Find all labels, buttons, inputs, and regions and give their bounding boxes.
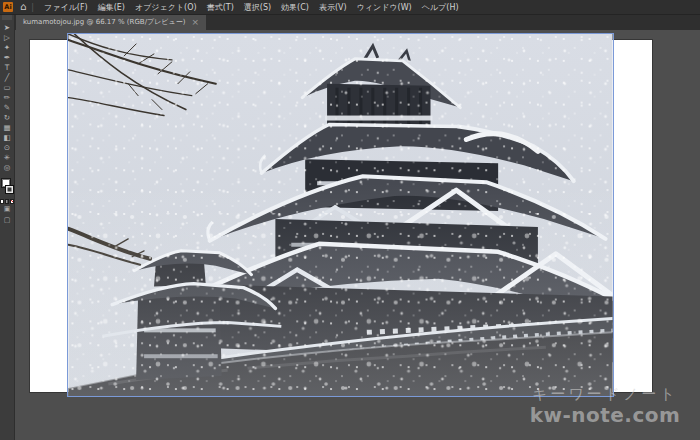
pencil-tool-icon[interactable]: ✎ — [0, 103, 14, 113]
menu-separator: | — [31, 3, 34, 12]
menu-type[interactable]: 書式(T) — [202, 2, 239, 13]
menu-object[interactable]: オブジェクト(O) — [130, 2, 202, 13]
snowfall-overlay — [69, 34, 613, 396]
illustrator-window: Ai ⌂ | ファイル(F) 編集(E) オブジェクト(O) 書式(T) 選択(… — [0, 0, 700, 440]
pen-tool-icon[interactable]: ✒ — [0, 53, 14, 63]
rectangle-tool-icon[interactable]: ▭ — [0, 83, 14, 93]
rotate-tool-icon[interactable]: ↻ — [0, 113, 14, 123]
watermark-line2: kw-note.com — [495, 404, 700, 426]
menu-edit[interactable]: 編集(E) — [93, 2, 130, 13]
zoom-tool-icon[interactable]: ◎ — [0, 163, 14, 173]
magic-wand-tool-icon[interactable]: ✦ — [0, 43, 14, 53]
canvas-pasteboard[interactable]: キーワードノート kw-note.com — [14, 30, 700, 440]
gradient-tool-icon[interactable]: ◧ — [0, 133, 14, 143]
menu-view[interactable]: 表示(V) — [314, 2, 352, 13]
kumamoto-castle-snow-photo — [68, 34, 613, 396]
menu-select[interactable]: 選択(S) — [239, 2, 276, 13]
direct-selection-tool-icon[interactable]: ▷ — [0, 33, 14, 43]
type-tool-icon[interactable]: T — [0, 63, 14, 73]
paintbrush-tool-icon[interactable]: ✏ — [0, 93, 14, 103]
placed-image-kumamoto-castle[interactable] — [67, 33, 614, 397]
document-tab-bar: kumamotojou.jpg @ 66.17 % (RGB/プレビュー) × — [14, 14, 700, 30]
mesh-tool-icon[interactable]: ▦ — [0, 123, 14, 133]
tools-panel: ➤ ▷ ✦ ✒ T ╱ ▭ ✏ ✎ ↻ ▦ ◧ ⊙ ✳ ◎ ▣ ▢ — [0, 14, 15, 440]
line-segment-tool-icon[interactable]: ╱ — [0, 73, 14, 83]
hand-tool-icon[interactable]: ✳ — [0, 153, 14, 163]
tab-close-icon[interactable]: × — [191, 18, 199, 27]
menu-window[interactable]: ウィンドウ(W) — [352, 2, 417, 13]
document-tab[interactable]: kumamotojou.jpg @ 66.17 % (RGB/プレビュー) × — [16, 14, 206, 30]
tools-panel-grip[interactable] — [2, 15, 12, 20]
none-fill-icon[interactable] — [10, 199, 14, 204]
illustrator-logo-icon[interactable]: Ai — [3, 2, 13, 12]
stroke-swatch[interactable] — [5, 185, 14, 194]
menu-effect[interactable]: 効果(C) — [276, 2, 314, 13]
fill-stroke-swatches — [0, 177, 14, 197]
menu-bar: Ai ⌂ | ファイル(F) 編集(E) オブジェクト(O) 書式(T) 選択(… — [0, 0, 700, 15]
screen-mode-icon[interactable]: ▢ — [0, 215, 14, 226]
menu-file[interactable]: ファイル(F) — [39, 2, 93, 13]
draw-mode-icon[interactable]: ▣ — [0, 204, 14, 215]
home-icon[interactable]: ⌂ — [20, 2, 26, 12]
menu-help[interactable]: ヘルプ(H) — [417, 2, 464, 13]
selection-tool-icon[interactable]: ➤ — [0, 23, 14, 33]
eyedropper-tool-icon[interactable]: ⊙ — [0, 143, 14, 153]
document-tab-title: kumamotojou.jpg @ 66.17 % (RGB/プレビュー) — [23, 17, 185, 27]
